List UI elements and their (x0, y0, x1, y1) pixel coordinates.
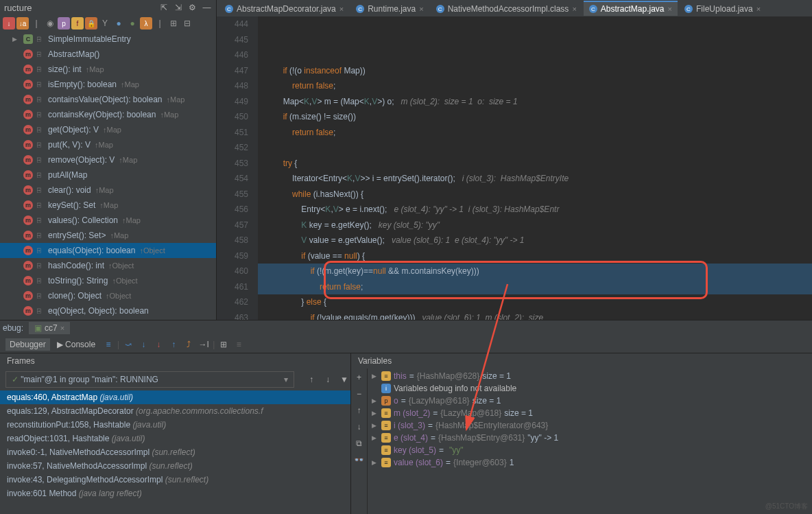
line-number[interactable]: 461 (217, 279, 248, 295)
stack-frame[interactable]: invoke:57, NativeMethodAccessorImpl (sun… (0, 459, 350, 473)
stack-frame[interactable]: reconstitutionPut:1058, Hashtable (java.… (0, 418, 350, 432)
structure-item[interactable]: m⍈clear(): void ↑Map (0, 183, 216, 198)
structure-item[interactable]: m⍈equals(Object): boolean ↑Object (0, 243, 216, 258)
lambda-icon[interactable]: λ (140, 17, 152, 30)
expand-icon[interactable]: ▶ (372, 422, 379, 429)
structure-item[interactable]: ▶C⍈SimpleImmutableEntry (0, 32, 216, 47)
code-area[interactable]: if (!(o instanceof Map)) return false; M… (258, 16, 812, 320)
line-number[interactable]: 451 (217, 125, 248, 141)
line-number[interactable]: 458 (217, 233, 248, 248)
structure-item[interactable]: m⍈values(): Collection ↑Map (0, 213, 216, 228)
collapse-icon[interactable]: ⇲ (173, 3, 183, 13)
line-number[interactable]: 444 (217, 16, 248, 32)
line-number[interactable]: 450 (217, 109, 248, 125)
close-icon[interactable]: × (756, 5, 761, 13)
copy-icon[interactable]: ⧉ (353, 437, 366, 449)
editor-tab[interactable]: CRuntime.java× (350, 1, 429, 16)
step-into-icon[interactable]: ↓ (137, 338, 150, 351)
structure-item[interactable]: m⍈putAll(Map (0, 167, 216, 183)
merge-icon[interactable]: Y (99, 17, 111, 30)
variable-row[interactable]: ▶≡this = {HashMap@628} size = 1 (370, 370, 809, 382)
variable-row[interactable]: ▶≡m (slot_2) = {LazyMap@618} size = 1 (370, 407, 809, 419)
trace-icon[interactable]: ≡ (232, 338, 245, 351)
step-out-icon[interactable]: ↑ (167, 338, 180, 351)
stack-frame[interactable]: invoke:601 Method (java lang reflect) (0, 487, 350, 500)
line-number[interactable]: 453 (217, 156, 248, 172)
expand-icon[interactable]: ▶ (372, 397, 379, 404)
expand-icon[interactable]: ▶ (372, 410, 379, 417)
line-number[interactable]: 457 (217, 218, 248, 233)
down-icon[interactable]: ↓ (353, 421, 366, 433)
line-number[interactable]: 462 (217, 294, 248, 310)
editor-tab[interactable]: CFileUpload.java× (679, 1, 766, 16)
step-over-icon[interactable]: ⤻ (122, 338, 134, 351)
minimize-icon[interactable]: — (202, 3, 212, 13)
force-step-icon[interactable]: ↓ (152, 338, 165, 351)
expand-icon[interactable]: ⇱ (158, 3, 169, 13)
dot2-icon[interactable]: ● (126, 17, 139, 30)
line-number[interactable]: 454 (217, 171, 248, 187)
drop-frame-icon[interactable]: ⤴ (182, 338, 195, 351)
stack-frame[interactable]: readObject:1031, Hashtable (java.util) (0, 432, 350, 445)
structure-item[interactable]: m⍈eq(Object, Object): boolean (0, 303, 216, 318)
evaluate-icon[interactable]: ⊞ (217, 338, 230, 351)
console-tab[interactable]: ▶ Console (53, 338, 99, 351)
f-icon[interactable]: f (71, 17, 84, 30)
structure-item[interactable]: m⍈toString(): String ↑Object (0, 273, 216, 288)
structure-item[interactable]: m⍈size(): int ↑Map (0, 62, 216, 77)
prev-frame-icon[interactable]: ↑ (305, 373, 318, 386)
threads-icon[interactable]: ≡ (102, 338, 115, 351)
variable-row[interactable]: ▶≡value (slot_6) = {Integer@603} 1 (370, 456, 809, 469)
expand-icon[interactable]: ▶ (372, 459, 379, 466)
collapse-all-icon[interactable]: ⊟ (181, 17, 193, 30)
gear-icon[interactable]: ⚙ (187, 3, 198, 13)
line-number[interactable]: 448 (217, 78, 248, 94)
glasses-icon[interactable]: 👓 (353, 454, 366, 466)
variable-row[interactable]: ▶≡i (slot_3) = {HashMap$EntryIterator@64… (370, 419, 809, 432)
line-number[interactable]: 455 (217, 187, 248, 202)
line-number[interactable]: 460 (217, 264, 248, 279)
expand-icon[interactable]: ▶ (372, 434, 379, 441)
line-number[interactable]: 452 (217, 140, 248, 156)
expand-icon[interactable]: ▶ (372, 373, 379, 379)
add-watch-icon[interactable]: + (353, 371, 366, 384)
expand-all-icon[interactable]: ⊞ (167, 17, 180, 30)
structure-item[interactable]: m⍈hashCode(): int ↑Object (0, 258, 216, 273)
structure-item[interactable]: m⍈isEmpty(): boolean ↑Map (0, 77, 216, 92)
chevron-down-icon[interactable]: ▾ (284, 375, 288, 384)
line-number[interactable]: 446 (217, 47, 248, 63)
stack-frame[interactable]: invoke0:-1, NativeMethodAccessorImpl (su… (0, 445, 350, 459)
dot1-icon[interactable]: ● (112, 17, 125, 30)
run-to-cursor-icon[interactable]: →I (198, 338, 210, 351)
line-number[interactable]: 447 (217, 63, 248, 79)
line-number[interactable]: 463 (217, 310, 248, 320)
variable-row[interactable]: ▶po = {LazyMap@618} size = 1 (370, 395, 809, 407)
up-icon[interactable]: ↑ (353, 404, 366, 417)
stack-frame[interactable]: invoke:43, DelegatingMethodAccessorImpl … (0, 473, 350, 487)
structure-item[interactable]: m⍈containsKey(Object): boolean ↑Map (0, 107, 216, 122)
close-icon[interactable]: × (60, 324, 64, 332)
filter-icon[interactable]: ▼ (338, 373, 350, 386)
structure-item[interactable]: m⍈remove(Object): V ↑Map (0, 152, 216, 167)
structure-item[interactable]: m⍈clone(): Object ↑Object (0, 288, 216, 303)
structure-item[interactable]: m⍈keySet(): Set ↑Map (0, 198, 216, 213)
remove-watch-icon[interactable]: − (353, 388, 366, 400)
debug-config-tab[interactable]: ▣ cc7 × (29, 322, 70, 334)
line-number[interactable]: 456 (217, 202, 248, 218)
stack-frame[interactable]: equals:129, AbstractMapDecorator (org.ap… (0, 404, 350, 418)
line-number[interactable]: 459 (217, 248, 248, 264)
stack-frame[interactable]: equals:460, AbstractMap (java.util) (0, 390, 350, 404)
close-icon[interactable]: × (668, 5, 672, 13)
line-number[interactable]: 445 (217, 32, 248, 48)
editor-tab[interactable]: CAbstractMapDecorator.java× (219, 1, 349, 16)
p-icon[interactable]: p (58, 17, 70, 30)
sort-icon[interactable]: ↓ (3, 17, 15, 30)
close-icon[interactable]: × (419, 5, 423, 13)
close-icon[interactable]: × (572, 5, 576, 13)
structure-item[interactable]: m⍈put(K, V): V ↑Map (0, 137, 216, 152)
next-frame-icon[interactable]: ↓ (322, 373, 334, 386)
structure-item[interactable]: m⍈entrySet(): Set> ↑Map (0, 228, 216, 243)
variable-row[interactable]: ≡key (slot_5) = "yy" (370, 444, 809, 456)
variable-row[interactable]: iVariables debug info not available (370, 382, 809, 395)
structure-item[interactable]: m⍈containsValue(Object): boolean ↑Map (0, 92, 216, 107)
